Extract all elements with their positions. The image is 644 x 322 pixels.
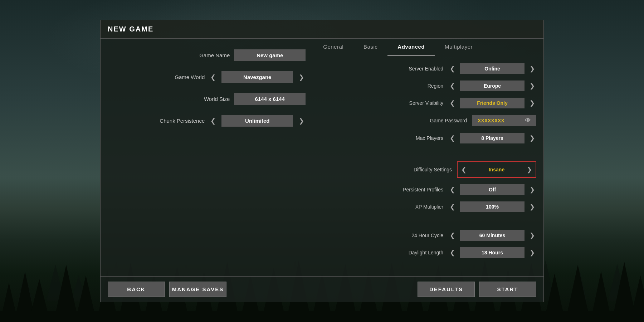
server-visibility-value[interactable]: Friends Only bbox=[460, 98, 525, 108]
region-label: Region bbox=[386, 83, 443, 89]
xp-multiplier-right-arrow[interactable]: ❯ bbox=[528, 203, 536, 211]
server-visibility-label: Server Visibility bbox=[386, 100, 443, 106]
region-right-arrow[interactable]: ❯ bbox=[528, 82, 536, 90]
server-enabled-row: Server Enabled ❮ Online ❯ bbox=[320, 63, 536, 74]
right-panel: General Basic Advanced Multiplayer Serve… bbox=[313, 39, 543, 276]
max-players-label: Max Players bbox=[386, 135, 443, 141]
max-players-row: Max Players ❮ 8 Players ❯ bbox=[320, 133, 536, 143]
daylight-length-row: Daylight Length ❮ 18 Hours ❯ bbox=[320, 247, 536, 258]
game-name-row: Game Name New game bbox=[108, 49, 306, 61]
game-password-value[interactable]: XXXXXXXX 👁 bbox=[472, 115, 536, 126]
xp-multiplier-value[interactable]: 100% bbox=[460, 201, 525, 212]
difficulty-left-arrow[interactable]: ❮ bbox=[460, 166, 468, 174]
section-gap-2 bbox=[320, 219, 536, 224]
tab-advanced[interactable]: Advanced bbox=[387, 39, 435, 56]
chunk-persistence-value[interactable]: Unlimited bbox=[221, 115, 293, 127]
page-title: NEW GAME bbox=[108, 25, 153, 33]
password-eye-icon[interactable]: 👁 bbox=[525, 117, 531, 124]
max-players-value[interactable]: 8 Players bbox=[460, 133, 525, 143]
chunk-persistence-right-arrow[interactable]: ❯ bbox=[297, 117, 306, 125]
world-size-label: World Size bbox=[172, 96, 230, 102]
game-password-label: Game Password bbox=[410, 118, 467, 123]
world-size-row: World Size 6144 x 6144 bbox=[108, 93, 306, 105]
xp-multiplier-label: XP Multiplier bbox=[386, 204, 443, 210]
game-password-row: Game Password XXXXXXXX 👁 bbox=[320, 115, 536, 126]
server-enabled-value[interactable]: Online bbox=[460, 63, 525, 74]
back-button[interactable]: BACK bbox=[108, 282, 165, 297]
region-row: Region ❮ Europe ❯ bbox=[320, 80, 536, 91]
world-size-value[interactable]: 6144 x 6144 bbox=[234, 93, 306, 105]
game-world-value[interactable]: Navezgane bbox=[221, 71, 293, 83]
left-panel: Game Name New game Game World ❮ Navezgan… bbox=[101, 39, 313, 276]
tab-general[interactable]: General bbox=[313, 39, 353, 56]
difficulty-highlighted-box: ❮ Insane ❯ bbox=[457, 161, 536, 178]
game-password-text: XXXXXXXX bbox=[478, 118, 504, 123]
difficulty-value[interactable]: Insane bbox=[472, 164, 522, 175]
server-enabled-right-arrow[interactable]: ❯ bbox=[528, 65, 536, 73]
region-left-arrow[interactable]: ❮ bbox=[448, 82, 457, 90]
hour-cycle-right-arrow[interactable]: ❯ bbox=[528, 231, 536, 239]
hour-cycle-value[interactable]: 60 Minutes bbox=[460, 230, 525, 241]
tab-multiplayer[interactable]: Multiplayer bbox=[435, 39, 483, 56]
left-buttons: BACK MANAGE SAVES bbox=[108, 282, 313, 297]
tab-basic[interactable]: Basic bbox=[353, 39, 387, 56]
server-visibility-row: Server Visibility ❮ Friends Only ❯ bbox=[320, 98, 536, 108]
xp-multiplier-left-arrow[interactable]: ❮ bbox=[448, 203, 457, 211]
section-gap-1 bbox=[320, 150, 536, 155]
persistent-profiles-right-arrow[interactable]: ❯ bbox=[528, 186, 536, 194]
right-settings-area: Server Enabled ❮ Online ❯ Region ❮ Europ… bbox=[313, 56, 543, 262]
xp-multiplier-row: XP Multiplier ❮ 100% ❯ bbox=[320, 201, 536, 212]
manage-saves-button[interactable]: MANAGE SAVES bbox=[169, 282, 226, 297]
max-players-right-arrow[interactable]: ❯ bbox=[528, 134, 536, 142]
difficulty-settings-label: Difficulty Settings bbox=[395, 167, 452, 172]
server-enabled-label: Server Enabled bbox=[386, 66, 443, 72]
daylight-length-label: Daylight Length bbox=[386, 250, 443, 255]
chunk-persistence-row: Chunk Persistence ❮ Unlimited ❯ bbox=[108, 115, 306, 127]
persistent-profiles-label: Persistent Profiles bbox=[386, 187, 443, 192]
persistent-profiles-value[interactable]: Off bbox=[460, 184, 525, 195]
persistent-profiles-row: Persistent Profiles ❮ Off ❯ bbox=[320, 184, 536, 195]
svg-rect-47 bbox=[0, 311, 644, 322]
defaults-button[interactable]: DEFAULTS bbox=[418, 282, 475, 297]
game-world-left-arrow[interactable]: ❮ bbox=[209, 73, 217, 81]
server-enabled-left-arrow[interactable]: ❮ bbox=[448, 65, 457, 73]
tabs-bar: General Basic Advanced Multiplayer bbox=[313, 39, 543, 56]
game-name-label: Game Name bbox=[172, 52, 230, 58]
difficulty-right-arrow[interactable]: ❯ bbox=[525, 166, 533, 174]
chunk-persistence-left-arrow[interactable]: ❮ bbox=[209, 117, 217, 125]
main-panel: NEW GAME Game Name New game Game World ❮… bbox=[100, 20, 544, 302]
bottom-bar: BACK MANAGE SAVES DEFAULTS START bbox=[100, 277, 544, 302]
max-players-left-arrow[interactable]: ❮ bbox=[448, 134, 457, 142]
game-world-label: Game World bbox=[147, 74, 205, 80]
hour-cycle-label: 24 Hour Cycle bbox=[386, 233, 443, 238]
persistent-profiles-left-arrow[interactable]: ❮ bbox=[448, 186, 457, 194]
right-buttons: DEFAULTS START bbox=[318, 282, 536, 297]
server-visibility-right-arrow[interactable]: ❯ bbox=[528, 99, 536, 107]
server-visibility-left-arrow[interactable]: ❮ bbox=[448, 99, 457, 107]
title-bar: NEW GAME bbox=[100, 20, 544, 39]
start-button[interactable]: START bbox=[479, 282, 536, 297]
chunk-persistence-label: Chunk Persistence bbox=[147, 118, 205, 124]
game-world-right-arrow[interactable]: ❯ bbox=[297, 73, 306, 81]
daylight-length-left-arrow[interactable]: ❮ bbox=[448, 249, 457, 257]
daylight-length-value[interactable]: 18 Hours bbox=[460, 247, 525, 258]
game-name-value[interactable]: New game bbox=[234, 49, 306, 61]
hour-cycle-row: 24 Hour Cycle ❮ 60 Minutes ❯ bbox=[320, 230, 536, 241]
game-world-row: Game World ❮ Navezgane ❯ bbox=[108, 71, 306, 83]
content-area: Game Name New game Game World ❮ Navezgan… bbox=[100, 39, 544, 277]
daylight-length-right-arrow[interactable]: ❯ bbox=[528, 249, 536, 257]
hour-cycle-left-arrow[interactable]: ❮ bbox=[448, 231, 457, 239]
difficulty-settings-row: Difficulty Settings ❮ Insane ❯ bbox=[320, 161, 536, 178]
region-value[interactable]: Europe bbox=[460, 80, 525, 91]
